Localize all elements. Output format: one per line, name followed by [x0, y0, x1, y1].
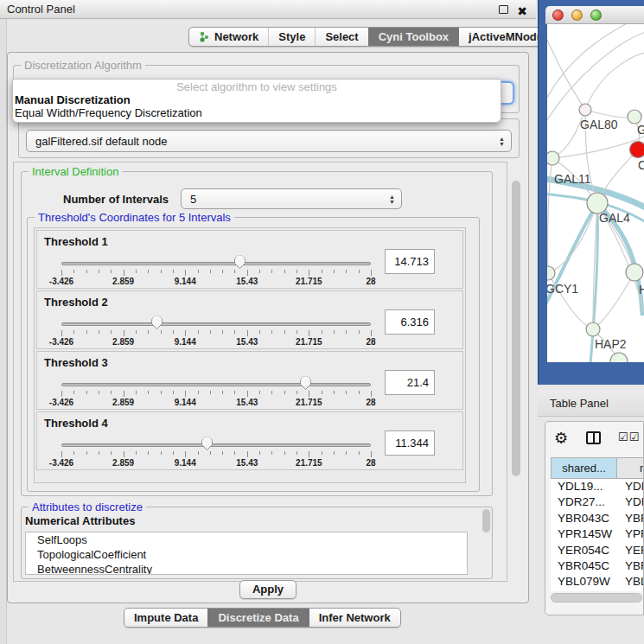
- table-data-select[interactable]: galFiltered.sif default node ▲▼: [26, 130, 512, 152]
- tick-mark: [161, 451, 162, 455]
- tab-impute-data[interactable]: Impute Data: [124, 609, 207, 627]
- tick-mark: [334, 391, 335, 394]
- checkbox-icons[interactable]: ☑☑: [618, 430, 640, 443]
- tab-infer-network[interactable]: Infer Network: [309, 609, 400, 627]
- cell-shared-name: YPR145W: [551, 526, 616, 542]
- number-of-intervals-select[interactable]: 5 ▲▼: [181, 188, 402, 209]
- table-row[interactable]: YLR345WYLR3: [551, 590, 644, 591]
- slider-track[interactable]: [61, 322, 371, 326]
- apply-button[interactable]: Apply: [239, 580, 296, 599]
- tick-mark: [185, 391, 186, 397]
- threshold-value-field[interactable]: 6.316: [385, 309, 435, 335]
- slider-track[interactable]: [61, 262, 371, 265]
- tab-label: Impute Data: [134, 611, 198, 624]
- tick-mark: [359, 270, 360, 273]
- tab-network[interactable]: Network: [189, 28, 268, 46]
- slider-track[interactable]: [61, 443, 371, 447]
- zoom-traffic-light-icon[interactable]: [590, 10, 602, 21]
- table-row[interactable]: YPR145WYPR1: [551, 526, 644, 542]
- cell-name: YDL1: [616, 479, 644, 494]
- tick-label: -3.426: [49, 277, 73, 286]
- network-node-hap2-node[interactable]: [586, 322, 600, 336]
- table-panel-titlebar: Table Panel: [538, 390, 644, 417]
- network-node-ga-node[interactable]: [628, 110, 641, 124]
- table-data-selected-value: galFiltered.sif default node: [35, 135, 167, 148]
- node-label-gal11: GAL11: [554, 172, 591, 186]
- tick-mark: [61, 330, 62, 336]
- cell-name: YBR0: [616, 558, 644, 574]
- minimize-traffic-light-icon[interactable]: [571, 10, 583, 21]
- network-node-gcy1-node[interactable]: [547, 266, 555, 280]
- slider-thumb[interactable]: [299, 375, 312, 391]
- tick-mark: [198, 270, 199, 273]
- table-row[interactable]: YBL079WYBL0: [551, 574, 644, 590]
- network-edge: [547, 40, 585, 110]
- tick-mark: [198, 330, 199, 334]
- tick-mark: [99, 451, 99, 455]
- interval-definition-title: Interval Definition: [29, 165, 122, 178]
- threshold-value-field[interactable]: 21.4: [385, 370, 435, 395]
- float-window-icon[interactable]: [499, 5, 508, 14]
- network-node-bottom-node[interactable]: [610, 353, 628, 362]
- table-row[interactable]: YDR27...YDR2: [551, 494, 644, 510]
- cell-shared-name: YBL079W: [551, 574, 616, 590]
- tick-mark: [284, 270, 285, 273]
- settings-vertical-scrollbar[interactable]: [511, 163, 522, 580]
- tick-label: 2.859: [112, 277, 134, 286]
- attribute-item-selfloops[interactable]: SelfLoops: [26, 532, 467, 547]
- tick-mark: [234, 270, 235, 273]
- tick-mark: [334, 451, 335, 455]
- algorithm-dropdown-prompt: Select algorithm to view settings: [13, 80, 501, 93]
- tab-select[interactable]: Select: [315, 28, 367, 46]
- tick-mark: [161, 330, 162, 334]
- tab-label: Style: [278, 30, 305, 43]
- attribute-item-topologicalcoefficient[interactable]: TopologicalCoefficient: [26, 547, 467, 562]
- close-icon[interactable]: ✖: [517, 2, 527, 21]
- tab-discretize-data[interactable]: Discretize Data: [207, 609, 308, 627]
- slider-thumb[interactable]: [150, 315, 163, 330]
- algorithm-option-equal-width[interactable]: Equal Width/Frequency Discretization: [13, 106, 501, 119]
- network-node-gal80-neighbor[interactable]: [579, 104, 591, 116]
- table-row[interactable]: YBR045CYBR0: [551, 558, 644, 574]
- column-header-shared-name[interactable]: shared...: [552, 458, 617, 478]
- network-node-red-node[interactable]: [630, 142, 644, 158]
- gear-icon[interactable]: ⚙: [554, 429, 568, 448]
- tick-mark: [322, 451, 322, 455]
- column-layout-icon[interactable]: [586, 431, 601, 444]
- table-row[interactable]: YDL19...YDL1: [551, 479, 644, 494]
- network-node-h-node[interactable]: [626, 264, 643, 281]
- network-canvas[interactable]: GAL80GACGAL11GAL4GCY1HHAP2: [547, 24, 644, 362]
- tick-label: 21.715: [296, 337, 322, 347]
- slider-thumb[interactable]: [201, 436, 214, 451]
- algorithm-option-manual[interactable]: Manual Discretization: [13, 93, 501, 106]
- table-row[interactable]: YER054CYER0: [551, 543, 644, 558]
- column-header-name[interactable]: na: [617, 458, 644, 478]
- network-node-gal11-node[interactable]: [547, 151, 559, 165]
- scrollbar-thumb[interactable]: [512, 181, 520, 476]
- slider-thumb[interactable]: [233, 254, 246, 270]
- tick-mark: [359, 330, 360, 334]
- settings-scroll-pane: Interval Definition Number of Intervals …: [13, 162, 507, 582]
- tick-mark: [111, 330, 112, 334]
- tick-mark: [198, 451, 199, 455]
- tick-mark: [346, 270, 347, 273]
- close-traffic-light-icon[interactable]: [552, 10, 564, 21]
- tab-style[interactable]: Style: [268, 28, 315, 46]
- network-edge: [548, 158, 552, 273]
- tick-mark: [173, 330, 174, 334]
- threshold-value-field[interactable]: 14.713: [385, 249, 435, 274]
- numerical-attributes-list[interactable]: SelfLoopsTopologicalCoefficientBetweenne…: [25, 532, 468, 575]
- cell-name: YER0: [616, 543, 644, 558]
- tick-label: 2.859: [112, 458, 134, 468]
- table-horizontal-scrollbar[interactable]: [551, 593, 642, 603]
- table-row[interactable]: YBR043CYBR0: [551, 511, 644, 526]
- threshold-value-field[interactable]: 11.344: [385, 430, 435, 456]
- slider-track[interactable]: [61, 383, 371, 386]
- attributes-list-scrollbar[interactable]: [482, 509, 490, 532]
- tick-mark: [136, 391, 137, 394]
- tab-cyni-toolbox[interactable]: Cyni Toolbox: [368, 28, 458, 46]
- tick-mark: [173, 270, 174, 273]
- tick-mark: [124, 451, 124, 457]
- attribute-item-betweennesscentrality[interactable]: BetweennessCentrality: [26, 562, 467, 575]
- tick-mark: [284, 391, 285, 394]
